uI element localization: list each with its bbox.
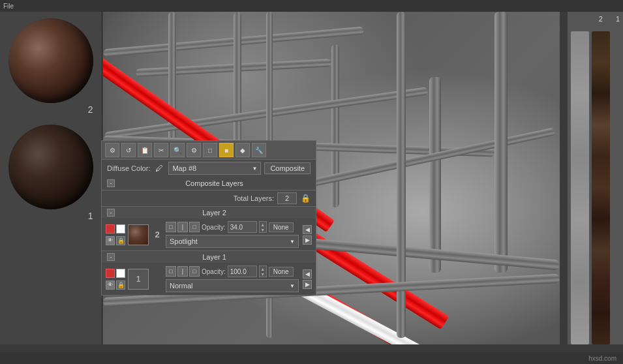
total-layers-row: Total Layers: 2 🔒	[102, 190, 316, 206]
layer-2-lock-icon[interactable]: 🔒	[116, 236, 125, 245]
layer-1-opacity-field[interactable]: 100.0	[228, 265, 257, 277]
layer-1-spin-up[interactable]: ▲	[260, 266, 266, 271]
toolbar-icon-10[interactable]: 🔧	[252, 143, 266, 157]
sphere-preview-1[interactable]	[8, 125, 93, 209]
strip-dark[interactable]	[592, 31, 610, 344]
map-dropdown-arrow: ▼	[252, 166, 258, 172]
layer-1-icons-left: 👁 🔒	[106, 269, 125, 290]
map-value: Map #8	[172, 164, 196, 172]
toolbar-icon-8[interactable]: ■	[219, 143, 234, 157]
layer-1-num-container	[151, 269, 163, 290]
bottom-bar: hxsd.com	[0, 352, 623, 364]
lock-icon[interactable]: 🔒	[300, 193, 311, 204]
layer-2-header: - Layer 2	[102, 207, 316, 219]
layer-1-num-in-thumb: 1	[136, 275, 141, 284]
layer-2-icon-row: □ | □	[166, 222, 200, 232]
layer-2-blend-dropdown[interactable]: Spotlight ▼	[166, 235, 299, 248]
layer-1-ctrl-2[interactable]: |	[177, 266, 188, 277]
sphere-2-label: 2	[8, 104, 93, 115]
layer-2-collapse-btn[interactable]: -	[107, 209, 115, 217]
layer-2-ctrl-3[interactable]: □	[189, 222, 200, 232]
composite-panel: ⚙ ↺ 📋 ✂ 🔍 ⚙ □ ■ ◆ 🔧 Diffuse Color: 🖊 Map…	[101, 140, 316, 296]
total-layers-label: Total Layers:	[234, 194, 274, 202]
composite-layers-header: - Composite Layers	[102, 177, 316, 190]
layer-2-color-icon-2[interactable]	[116, 224, 125, 234]
layer-1-icons-right: ◀ ▶	[303, 269, 312, 289]
layer-2-spin-up[interactable]: ▲	[260, 222, 266, 227]
layer-2-icons-left: 👁 🔒	[106, 224, 125, 245]
layer-2-right-icon-2[interactable]: ▶	[303, 235, 312, 245]
layer-2-opacity-label: Opacity:	[202, 224, 226, 231]
layer-2-num: 2	[151, 224, 163, 245]
strip-light[interactable]	[571, 31, 589, 344]
layer-1-thumbnail[interactable]: 1	[128, 269, 149, 290]
layer-1-color-icon-2[interactable]	[116, 269, 125, 278]
layer-1-lock-icon[interactable]: 🔒	[116, 281, 125, 290]
layer-1-icon-row: □ | □	[166, 266, 200, 277]
layer-2-title: Layer 2	[118, 209, 311, 217]
layer-1-header: - Layer 1	[102, 251, 316, 263]
layer-2-controls: □ | □ Opacity: 34.0 ▲ ▼ None Spotligh	[166, 221, 299, 248]
top-bar: File	[0, 0, 623, 12]
layer-2-spin-down[interactable]: ▼	[260, 227, 266, 232]
layer-1-ctrl-3[interactable]: □	[189, 266, 200, 277]
watermark: hxsd.com	[588, 355, 616, 362]
toolbar-icon-9[interactable]: ◆	[236, 143, 250, 157]
toolbar-icon-4[interactable]: ✂	[154, 143, 168, 157]
layer-2-opacity-field[interactable]: 34.0	[228, 221, 257, 233]
toolbar-icon-3[interactable]: 📋	[138, 143, 152, 157]
toolbar-icon-6[interactable]: ⚙	[187, 143, 201, 157]
layer-1-none-btn[interactable]: None	[269, 267, 294, 277]
total-layers-value[interactable]: 2	[277, 192, 297, 204]
layer-2-ctrl-1[interactable]: □	[166, 222, 176, 232]
layer-2-vis-icon[interactable]: 👁	[106, 236, 115, 245]
left-panel: 2 1	[0, 12, 101, 344]
strip-label-1: 1	[616, 15, 620, 23]
layer-2-icons-right: ◀ ▶	[303, 225, 312, 245]
layer-1-blend-mode: Normal	[170, 282, 192, 290]
layer-1-spin-down[interactable]: ▼	[260, 271, 266, 277]
layer-1-opacity-value: 100.0	[230, 268, 247, 275]
layer-2-thumbnail[interactable]	[128, 224, 149, 245]
composite-collapse-btn[interactable]: -	[107, 179, 115, 187]
layer-2-top-controls: □ | □ Opacity: 34.0 ▲ ▼ None	[166, 221, 299, 233]
layer-1-controls: □ | □ Opacity: 100.0 ▲ ▼ None Normal	[166, 265, 299, 292]
layer-2-blend-mode: Spotlight	[170, 237, 198, 245]
layer-2-right-icon-1[interactable]: ◀	[303, 225, 312, 234]
layer-1-dropdown-arrow: ▼	[290, 283, 295, 289]
layer-1-right-icon-1[interactable]: ◀	[303, 269, 312, 279]
toolbar-icon-7[interactable]: □	[203, 143, 217, 157]
layer-1-ctrl-1[interactable]: □	[166, 266, 176, 277]
layer-2-opacity-spinner[interactable]: ▲ ▼	[259, 221, 267, 233]
map-dropdown[interactable]: Map #8 ▼	[168, 162, 261, 175]
toolbar-icon-1[interactable]: ⚙	[105, 143, 119, 157]
layer-1-section: - Layer 1 👁 🔒 1	[102, 250, 316, 295]
diffuse-label: Diffuse Color:	[107, 164, 150, 172]
layer-1-opacity-label: Opacity:	[202, 268, 226, 275]
layer-1-right-icon-2[interactable]: ▶	[303, 280, 312, 289]
layer-2-ctrl-2[interactable]: |	[177, 222, 188, 232]
layer-2-opacity-value: 34.0	[230, 224, 243, 231]
composite-layers-title: Composite Layers	[118, 179, 311, 187]
layer-1-opacity-spinner[interactable]: ▲ ▼	[259, 265, 267, 277]
composite-button[interactable]: Composite	[264, 162, 311, 174]
layer-1-content: 👁 🔒 1 □ | □ Opacity: 100.0	[102, 263, 316, 295]
layer-1-color-icon[interactable]	[106, 269, 115, 278]
sphere-1-label: 1	[8, 211, 93, 221]
layer-1-collapse-btn[interactable]: -	[107, 253, 115, 261]
toolbar-icon-5[interactable]: 🔍	[170, 143, 185, 157]
sphere-preview-2[interactable]	[8, 18, 93, 103]
eyedropper-button[interactable]: 🖊	[153, 162, 165, 174]
top-bar-label: File	[3, 3, 14, 10]
layer-1-vis-icon[interactable]: 👁	[106, 281, 115, 290]
layer-2-color-icon[interactable]	[106, 224, 115, 234]
layer-2-none-btn[interactable]: None	[269, 222, 294, 232]
toolbar-icon-2[interactable]: ↺	[121, 143, 136, 157]
strip-label-2: 2	[599, 15, 603, 23]
layer-1-title: Layer 1	[118, 253, 311, 261]
layer-1-blend-dropdown[interactable]: Normal ▼	[166, 279, 299, 292]
layer-1-top-controls: □ | □ Opacity: 100.0 ▲ ▼ None	[166, 265, 299, 277]
panel-toolbar: ⚙ ↺ 📋 ✂ 🔍 ⚙ □ ■ ◆ 🔧	[102, 141, 316, 160]
layer-2-content: 👁 🔒 2 □ | □ Opacity: 34.0	[102, 219, 316, 250]
right-panel: 2 1	[568, 12, 623, 344]
